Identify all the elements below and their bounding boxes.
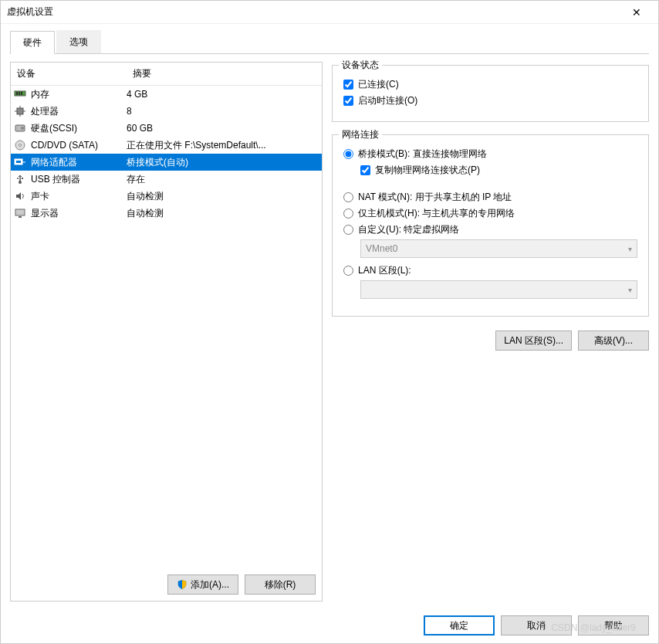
connected-checkbox-row[interactable]: 已连接(C): [343, 78, 637, 91]
titlebar: 虚拟机设置 ✕: [1, 1, 658, 24]
bridged-label: 桥接模式(B): 直接连接物理网络: [358, 147, 487, 161]
header-device: 设备: [11, 63, 127, 85]
device-name: 显示器: [29, 207, 127, 220]
sound-icon: [11, 191, 29, 202]
network-extra-buttons: LAN 区段(S)... 高级(V)...: [332, 330, 649, 351]
device-status-title: 设备状态: [339, 59, 382, 72]
replicate-checkbox[interactable]: [360, 165, 370, 175]
device-row-sound[interactable]: 声卡自动检测: [11, 188, 322, 205]
device-name: 硬盘(SCSI): [29, 122, 127, 135]
lan-select: ▾: [360, 280, 637, 299]
device-table: 设备 摘要 内存4 GB处理器8硬盘(SCSI)60 GBCD/DVD (SAT…: [11, 63, 322, 568]
nat-radio[interactable]: [343, 192, 353, 202]
network-title: 网络连接: [339, 128, 382, 141]
vm-settings-window: 虚拟机设置 ✕ 硬件 选项 设备 摘要 内存4 GB处理器8硬盘(SCSI)60…: [0, 0, 659, 644]
device-summary: 60 GB: [127, 123, 322, 134]
cpu-icon: [11, 106, 29, 117]
connected-checkbox[interactable]: [343, 80, 353, 90]
svg-rect-1: [16, 92, 18, 95]
device-buttons: 添加(A)... 移除(R): [11, 568, 322, 601]
window-title: 虚拟机设置: [7, 5, 621, 19]
lan-label: LAN 区段(L):: [358, 264, 411, 277]
cd-icon: [11, 140, 29, 151]
svg-point-12: [19, 144, 22, 147]
device-status-group: 设备状态 已连接(C) 启动时连接(O): [332, 65, 649, 122]
device-row-net[interactable]: 网络适配器桥接模式(自动): [11, 154, 322, 171]
content-area: 硬件 选项 设备 摘要 内存4 GB处理器8硬盘(SCSI)60 GBCD/DV…: [1, 24, 658, 608]
device-name: USB 控制器: [29, 173, 127, 186]
custom-select: VMnet0 ▾: [360, 239, 637, 258]
tab-options[interactable]: 选项: [56, 30, 101, 53]
lan-segments-button[interactable]: LAN 区段(S)...: [495, 330, 572, 351]
bridged-radio-row[interactable]: 桥接模式(B): 直接连接物理网络: [343, 147, 637, 161]
device-name: 网络适配器: [29, 156, 127, 169]
bridged-radio[interactable]: [343, 149, 353, 159]
settings-panel: 设备状态 已连接(C) 启动时连接(O) 网络连接 桥接模式(B): 直接连接物: [332, 62, 649, 602]
help-button[interactable]: 帮助: [578, 615, 649, 636]
connect-poweron-row[interactable]: 启动时连接(O): [343, 94, 637, 107]
lan-radio[interactable]: [343, 266, 353, 276]
svg-rect-14: [16, 161, 21, 163]
device-summary: 自动检测: [127, 190, 322, 203]
replicate-row[interactable]: 复制物理网络连接状态(P): [360, 164, 637, 177]
memory-icon: [11, 90, 29, 99]
svg-point-17: [17, 178, 19, 179]
dialog-footer: 确定 取消 帮助: [1, 608, 658, 643]
advanced-button[interactable]: 高级(V)...: [578, 330, 649, 351]
lan-radio-row[interactable]: LAN 区段(L):: [343, 264, 637, 277]
custom-radio[interactable]: [343, 225, 353, 235]
nat-label: NAT 模式(N): 用于共享主机的 IP 地址: [358, 191, 512, 204]
close-icon[interactable]: ✕: [621, 6, 652, 19]
device-rows: 内存4 GB处理器8硬盘(SCSI)60 GBCD/DVD (SATA)正在使用…: [11, 86, 322, 222]
cancel-button[interactable]: 取消: [501, 615, 572, 636]
device-row-cpu[interactable]: 处理器8: [11, 103, 322, 120]
replicate-label: 复制物理网络连接状态(P): [375, 164, 480, 177]
device-row-display[interactable]: 显示器自动检测: [11, 205, 322, 222]
device-name: CD/DVD (SATA): [29, 140, 127, 151]
display-icon: [11, 208, 29, 219]
network-group: 网络连接 桥接模式(B): 直接连接物理网络 复制物理网络连接状态(P) NAT…: [332, 134, 649, 317]
custom-select-value: VMnet0: [366, 243, 397, 254]
ok-button[interactable]: 确定: [424, 615, 495, 636]
device-summary: 自动检测: [127, 207, 322, 220]
svg-rect-3: [21, 92, 22, 95]
device-name: 声卡: [29, 190, 127, 203]
shield-icon: [177, 579, 188, 590]
device-summary: 8: [127, 106, 322, 117]
device-row-disk[interactable]: 硬盘(SCSI)60 GB: [11, 120, 322, 137]
custom-label: 自定义(U): 特定虚拟网络: [358, 223, 459, 236]
chevron-down-icon: ▾: [628, 245, 632, 253]
svg-rect-19: [15, 209, 25, 215]
device-row-cd[interactable]: CD/DVD (SATA)正在使用文件 F:\SystemDefault\...: [11, 137, 322, 154]
svg-rect-18: [22, 178, 23, 179]
device-table-header: 设备 摘要: [11, 63, 322, 86]
device-summary: 桥接模式(自动): [127, 156, 322, 169]
tab-bar: 硬件 选项: [10, 30, 649, 54]
svg-rect-2: [19, 92, 20, 95]
connected-label: 已连接(C): [358, 78, 399, 91]
device-summary: 存在: [127, 173, 322, 186]
chevron-down-icon: ▾: [628, 286, 632, 294]
connect-poweron-checkbox[interactable]: [343, 96, 353, 106]
remove-button[interactable]: 移除(R): [245, 575, 316, 595]
device-summary: 正在使用文件 F:\SystemDefault\...: [127, 139, 322, 152]
custom-radio-row[interactable]: 自定义(U): 特定虚拟网络: [343, 223, 637, 236]
device-row-memory[interactable]: 内存4 GB: [11, 86, 322, 103]
add-button-label: 添加(A)...: [191, 578, 229, 591]
hostonly-label: 仅主机模式(H): 与主机共享的专用网络: [358, 207, 515, 220]
svg-point-10: [21, 127, 24, 130]
device-name: 内存: [29, 88, 127, 101]
hostonly-radio-row[interactable]: 仅主机模式(H): 与主机共享的专用网络: [343, 207, 637, 220]
connect-poweron-label: 启动时连接(O): [358, 94, 417, 107]
hostonly-radio[interactable]: [343, 208, 353, 219]
disk-icon: [11, 123, 29, 134]
nat-radio-row[interactable]: NAT 模式(N): 用于共享主机的 IP 地址: [343, 191, 637, 204]
device-list-panel: 设备 摘要 内存4 GB处理器8硬盘(SCSI)60 GBCD/DVD (SAT…: [10, 62, 323, 602]
header-summary: 摘要: [127, 63, 322, 85]
device-row-usb[interactable]: USB 控制器存在: [11, 171, 322, 188]
device-summary: 4 GB: [127, 89, 322, 100]
net-icon: [11, 158, 29, 167]
svg-rect-4: [17, 108, 23, 114]
tab-hardware[interactable]: 硬件: [10, 31, 55, 54]
add-button[interactable]: 添加(A)...: [167, 575, 238, 595]
